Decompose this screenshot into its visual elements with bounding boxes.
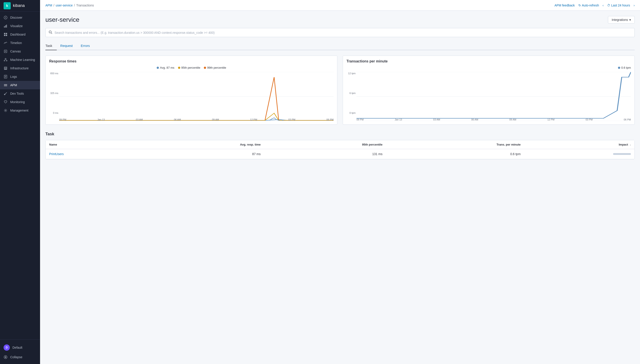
time-range-selector[interactable]: ⏱ Last 24 hours (607, 4, 630, 7)
grid-icon (4, 32, 8, 36)
heart-icon (4, 100, 8, 104)
tpm-title: Transactions per minute (346, 59, 631, 63)
legend-p95-dot (178, 67, 180, 69)
sidebar-item-label: Dashboard (10, 33, 26, 36)
sidebar-item-dev-tools[interactable]: Dev Tools (0, 89, 40, 98)
sidebar-item-collapse[interactable]: Collapse (0, 353, 40, 361)
svg-point-12 (4, 60, 5, 61)
breadcrumb-service[interactable]: user-service (56, 4, 73, 7)
integrations-button[interactable]: Integrations ▾ (608, 16, 635, 24)
cell-avg-resp: 87 ms (141, 149, 264, 159)
sidebar-item-management[interactable]: Management (0, 106, 40, 115)
transaction-link[interactable]: PrintUsers (49, 152, 64, 156)
sidebar-item-label: Discover (10, 16, 22, 19)
task-section: Task Name Avg. resp. time 95th percen (45, 132, 635, 159)
svg-point-30 (49, 31, 51, 33)
impact-bar (613, 153, 631, 155)
sidebar-item-canvas[interactable]: Canvas (0, 47, 40, 56)
sidebar-logo[interactable]: k kibana (0, 0, 40, 12)
sort-icon: ↓ (630, 144, 631, 146)
legend-avg-label: Avg. 87 ms (160, 66, 174, 69)
compass-icon (4, 16, 8, 20)
sidebar-item-dashboard[interactable]: Dashboard (0, 30, 40, 39)
sidebar-item-logs[interactable]: Logs (0, 72, 40, 81)
svg-line-15 (6, 60, 7, 60)
sidebar-item-label: Infrastructure (10, 66, 29, 70)
svg-rect-25 (4, 86, 7, 86)
sidebar-item-default-user[interactable]: D Default (0, 342, 40, 353)
svg-rect-5 (6, 25, 7, 28)
legend-p99-label: 99th percentile (207, 66, 226, 69)
breadcrumb-current: Transactions (76, 4, 94, 7)
col-impact[interactable]: Impact ↓ (524, 140, 634, 149)
collapse-icon (4, 355, 8, 359)
sidebar-item-label: Timelion (10, 41, 22, 45)
chevron-down-icon: ▾ (629, 18, 631, 22)
integrations-label: Integrations (612, 18, 628, 22)
breadcrumb-apm[interactable]: APM (45, 4, 52, 7)
sidebar-item-apm[interactable]: APM (0, 81, 40, 89)
svg-rect-23 (4, 84, 7, 85)
sidebar-item-monitoring[interactable]: Monitoring (0, 98, 40, 106)
search-icon (49, 30, 52, 35)
sidebar-item-discover[interactable]: Discover (0, 13, 40, 22)
y-axis: 650 ms 325 ms 0 ms (49, 72, 59, 114)
search-placeholder: Search transactions and errors... (E.g. … (55, 31, 215, 34)
sidebar-item-machine-learning[interactable]: Machine Learning (0, 56, 40, 64)
topbar: APM / user-service / Transactions APM fe… (40, 0, 640, 11)
col-avg-resp: Avg. resp. time (141, 140, 264, 149)
legend-p99-dot (204, 67, 206, 69)
response-times-area: 650 ms 325 ms 0 ms (49, 72, 334, 121)
breadcrumb-sep2: / (74, 4, 75, 7)
svg-line-31 (51, 33, 52, 34)
cell-p95: 131 ms (264, 149, 386, 159)
apm-icon (4, 83, 8, 87)
sidebar-item-label: Machine Learning (10, 58, 35, 62)
sidebar-item-timelion[interactable]: Timelion (0, 39, 40, 47)
sidebar-item-label: Canvas (10, 50, 21, 53)
svg-rect-24 (4, 85, 7, 86)
collapse-label: Collapse (10, 355, 22, 359)
sidebar-navigation: Discover Visualize Dashboard Timelion Ca (0, 12, 40, 339)
prev-time-button[interactable]: ‹ (603, 4, 604, 7)
tabs-bar: Task Request Errors (45, 42, 635, 50)
svg-rect-18 (4, 69, 7, 70)
page-header: user-service Integrations ▾ (45, 16, 635, 24)
tpm-svg (356, 72, 631, 121)
tab-task[interactable]: Task (45, 42, 57, 50)
page-title: user-service (45, 16, 79, 23)
svg-rect-8 (4, 35, 5, 36)
tpm-legend: 0.6 tpm (346, 66, 631, 69)
tab-request[interactable]: Request (60, 42, 77, 50)
search-bar[interactable]: Search transactions and errors... (E.g. … (45, 28, 635, 37)
next-time-button[interactable]: › (633, 4, 635, 7)
kibana-logo-text: kibana (13, 3, 25, 8)
svg-point-11 (5, 58, 6, 60)
svg-point-27 (5, 110, 6, 111)
ml-icon (4, 58, 8, 62)
tpm-area: 12 tpm 6 tpm 0 tpm 09 PM Jan 1 (346, 72, 631, 121)
user-avatar: D (4, 344, 10, 351)
user-label: Default (13, 346, 22, 349)
x-axis-tpm: 09 PM Jan 13 03 AM 06 AM 09 AM 12 PM 03 … (356, 118, 631, 121)
impact-bar-container (528, 153, 631, 155)
sidebar-item-label: APM (10, 83, 17, 87)
response-times-chart: Response times Avg. 87 ms 95th percentil… (45, 56, 337, 125)
auto-refresh-control[interactable]: ↻ Auto-refresh (578, 4, 599, 7)
svg-rect-17 (4, 68, 7, 69)
tab-errors[interactable]: Errors (81, 42, 94, 50)
svg-point-13 (6, 60, 7, 61)
timelion-icon (4, 41, 8, 45)
col-tpm: Trans. per minute (386, 140, 524, 149)
cell-impact (524, 149, 634, 159)
apm-feedback-link[interactable]: APM feedback (555, 4, 575, 7)
clock-icon: ⏱ (607, 4, 610, 7)
sidebar-item-infrastructure[interactable]: Infrastructure (0, 64, 40, 72)
sidebar-item-visualize[interactable]: Visualize (0, 22, 40, 30)
svg-rect-16 (4, 67, 7, 68)
kibana-logo-icon: k (4, 2, 11, 9)
cell-name: PrintUsers (46, 149, 141, 159)
page-body: user-service Integrations ▾ Search trans… (40, 11, 640, 165)
svg-line-14 (5, 60, 6, 60)
sidebar-item-label: Management (10, 109, 29, 112)
